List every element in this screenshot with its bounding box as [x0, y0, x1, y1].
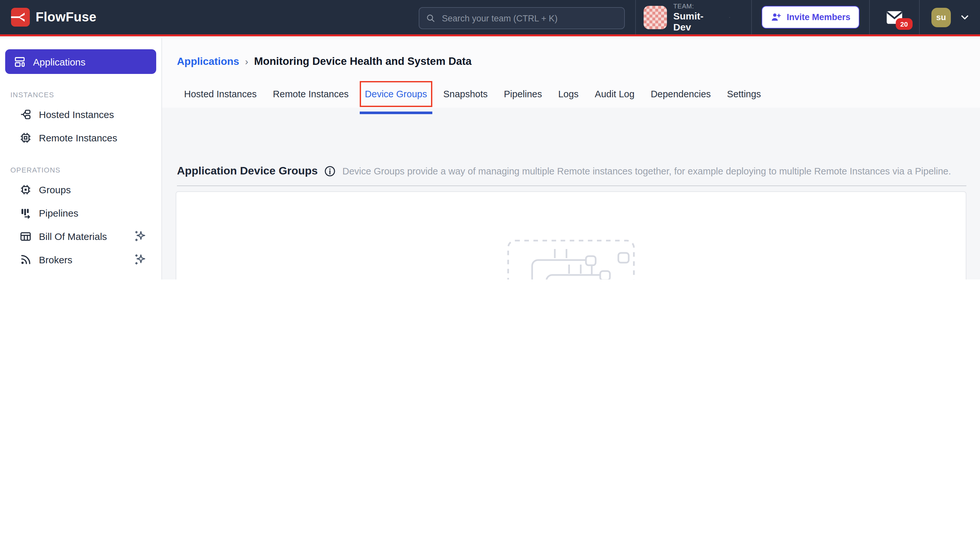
team-selector[interactable]: TEAM: Sumit-Dev: [635, 2, 751, 32]
annotation-box-device-groups-tab: Device Groups: [360, 81, 432, 107]
breadcrumb-separator: ›: [245, 56, 248, 67]
search-input[interactable]: [441, 13, 618, 24]
tab-pipelines[interactable]: Pipelines: [504, 89, 542, 99]
sidebar-item-bill-of-materials[interactable]: Bill Of Materials: [0, 224, 162, 248]
team-search[interactable]: [419, 7, 625, 29]
main-content: Applications › Monitoring Device Health …: [162, 38, 980, 280]
application-tabs: Hosted Instances Remote Instances Device…: [184, 80, 980, 108]
device-groups-panel: Add your Application's First Device Grou…: [176, 191, 967, 280]
section-divider: [177, 185, 967, 186]
breadcrumb-applications-link[interactable]: Applications: [177, 55, 239, 67]
sidebar-item-groups[interactable]: Groups: [0, 178, 162, 201]
sidebar-item-brokers[interactable]: Brokers: [0, 248, 162, 271]
team-name: Sumit-Dev: [673, 10, 703, 32]
sidebar-item-label: Hosted Instances: [39, 109, 114, 120]
sidebar-item-applications[interactable]: Applications: [5, 49, 156, 74]
tab-dependencies[interactable]: Dependencies: [651, 89, 711, 99]
flowfuse-app: FlowFuse TEAM: Sumit-Dev Invite Members: [0, 0, 980, 280]
invite-members-button[interactable]: Invite Members: [761, 6, 860, 28]
sidebar: Applications INSTANCES Hosted Instances …: [0, 38, 162, 280]
user-avatar: su: [931, 7, 951, 27]
tab-settings[interactable]: Settings: [727, 89, 761, 99]
flowfuse-logo[interactable]: FlowFuse: [0, 8, 97, 26]
device-group-illustration: [506, 239, 636, 280]
section-description: Device Groups provide a way of managing …: [343, 166, 951, 176]
notifications-button[interactable]: 20: [870, 10, 919, 24]
invite-members-label: Invite Members: [787, 12, 850, 22]
sidebar-item-label: Applications: [33, 56, 86, 67]
empty-state: Add your Application's First Device Grou…: [176, 192, 966, 280]
tab-snapshots[interactable]: Snapshots: [443, 89, 488, 99]
user-plus-icon: [770, 12, 781, 23]
sidebar-item-pipelines[interactable]: Pipelines: [0, 201, 162, 224]
groups-icon: [20, 183, 32, 195]
team-avatar: [643, 5, 667, 29]
brand-name: FlowFuse: [36, 10, 97, 25]
page-title: Monitoring Device Health and System Data: [254, 55, 472, 68]
tab-remote-instances[interactable]: Remote Instances: [273, 89, 349, 99]
active-tab-underline: [360, 111, 432, 114]
sidebar-section-instances: INSTANCES: [10, 91, 162, 99]
team-label: TEAM:: [673, 2, 703, 9]
user-menu[interactable]: su: [920, 7, 980, 27]
search-icon: [426, 13, 436, 23]
sidebar-item-hosted-instances[interactable]: Hosted Instances: [0, 103, 162, 126]
flowfuse-logo-icon: [11, 8, 30, 26]
sidebar-item-label: Remote Instances: [39, 132, 117, 143]
applications-icon: [13, 55, 26, 68]
hosted-instances-icon: [20, 108, 32, 120]
sparkles-icon: [133, 252, 147, 266]
notification-count-badge: 20: [896, 18, 912, 30]
pipelines-icon: [20, 207, 32, 219]
sidebar-item-label: Bill Of Materials: [39, 230, 107, 241]
chevron-down-icon: [729, 12, 731, 22]
chevron-down-icon: [960, 12, 970, 22]
sidebar-item-label: Groups: [39, 184, 71, 195]
sparkles-icon: [133, 229, 147, 243]
bill-of-materials-icon: [20, 230, 32, 242]
remote-instances-icon: [20, 131, 32, 144]
top-navbar: FlowFuse TEAM: Sumit-Dev Invite Members: [0, 0, 980, 36]
tab-device-groups[interactable]: Device Groups: [365, 89, 427, 99]
sidebar-section-operations: OPERATIONS: [10, 166, 162, 174]
tab-logs[interactable]: Logs: [558, 89, 579, 99]
tab-audit-log[interactable]: Audit Log: [595, 89, 635, 99]
tab-hosted-instances[interactable]: Hosted Instances: [184, 89, 257, 99]
sidebar-item-remote-instances[interactable]: Remote Instances: [0, 126, 162, 149]
section-title: Application Device Groups: [177, 165, 318, 178]
breadcrumb: Applications › Monitoring Device Health …: [177, 55, 472, 68]
brokers-icon: [20, 253, 32, 266]
sidebar-item-label: Pipelines: [39, 207, 78, 218]
sidebar-item-label: Brokers: [39, 254, 72, 265]
info-icon[interactable]: [324, 165, 336, 177]
